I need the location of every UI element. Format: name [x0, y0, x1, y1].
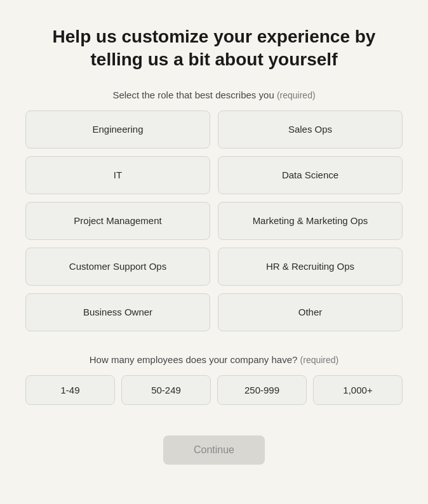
page-container: Help us customize your experience by tel…	[0, 0, 428, 504]
employee-button-1000-plus[interactable]: 1,000+	[313, 375, 403, 405]
role-grid: EngineeringSales OpsITData ScienceProjec…	[25, 110, 403, 331]
role-button-data-science[interactable]: Data Science	[218, 156, 403, 194]
role-section-label: Select the role that best describes you …	[112, 90, 315, 100]
employee-button-1-49[interactable]: 1-49	[25, 375, 115, 405]
employees-grid: 1-4950-249250-9991,000+	[25, 375, 403, 405]
employee-button-50-249[interactable]: 50-249	[121, 375, 211, 405]
role-button-project-management[interactable]: Project Management	[25, 202, 210, 240]
role-button-hr-recruiting-ops[interactable]: HR & Recruiting Ops	[218, 248, 403, 286]
role-button-sales-ops[interactable]: Sales Ops	[218, 110, 403, 149]
employee-button-250-999[interactable]: 250-999	[217, 375, 307, 405]
role-button-customer-support-ops[interactable]: Customer Support Ops	[25, 248, 210, 286]
continue-button[interactable]: Continue	[163, 435, 265, 465]
role-button-marketing-ops[interactable]: Marketing & Marketing Ops	[218, 202, 403, 240]
employees-section-label: How many employees does your company hav…	[90, 354, 339, 365]
page-title: Help us customize your experience by tel…	[43, 25, 385, 72]
role-button-other[interactable]: Other	[218, 293, 403, 331]
role-button-engineering[interactable]: Engineering	[25, 110, 210, 149]
role-button-it[interactable]: IT	[25, 156, 210, 194]
role-button-business-owner[interactable]: Business Owner	[25, 293, 210, 331]
